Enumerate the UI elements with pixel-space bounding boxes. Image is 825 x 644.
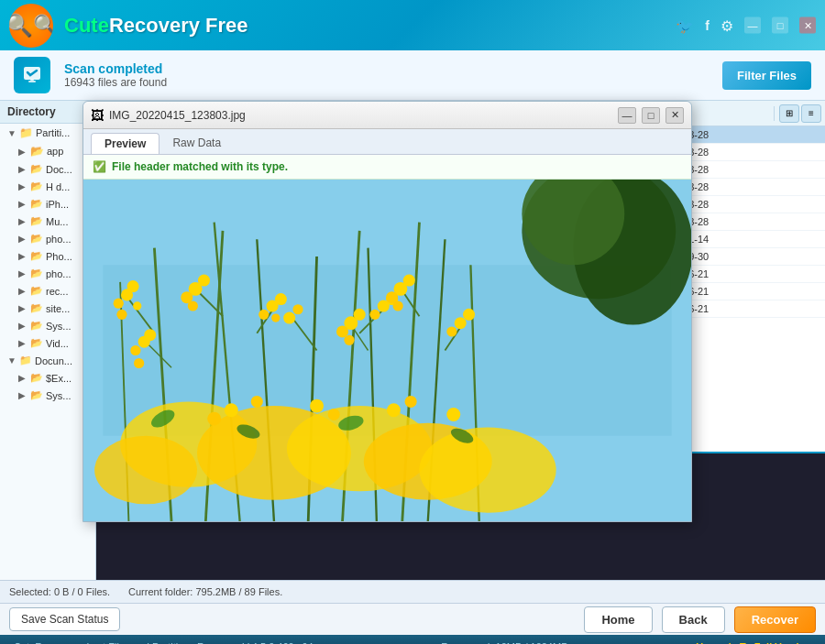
sidebar-item-site[interactable]: ▶ 📂 site...	[0, 300, 95, 317]
sidebar-item-pho1[interactable]: ▶ 📂 pho...	[0, 230, 95, 247]
action-bar: Save Scan Status Home Back Recover	[0, 603, 825, 635]
svg-point-36	[134, 358, 144, 368]
folder-icon: 📂	[30, 337, 43, 349]
dialog-close-button[interactable]: ✕	[666, 107, 684, 124]
svg-point-32	[133, 301, 141, 310]
svg-point-67	[225, 403, 238, 417]
scan-text: Scan completed 16943 files are found	[64, 61, 167, 89]
svg-point-42	[258, 310, 269, 320]
status-bar: Selected: 0 B / 0 Files. Current folder:…	[0, 580, 825, 603]
drive-icon: 📁	[19, 126, 33, 139]
tab-preview[interactable]: Preview	[91, 133, 160, 154]
sidebar-item-rec[interactable]: ▶ 📂 rec...	[0, 282, 95, 300]
scan-info: Scan completed 16943 files are found	[14, 57, 167, 93]
sidebar-item-hd[interactable]: ▶ 📂 H d...	[0, 178, 95, 195]
svg-point-43	[275, 293, 287, 305]
scan-title: Scan completed	[64, 61, 167, 76]
folder-icon: 📂	[30, 250, 43, 262]
dialog-window-controls: — □ ✕	[618, 107, 684, 124]
expand-icon: ▶	[18, 286, 28, 296]
minimize-button[interactable]: —	[744, 17, 761, 34]
upgrade-link[interactable]: Upgrade To Full Version	[696, 641, 811, 645]
expand-icon: ▶	[18, 181, 28, 191]
dialog-maximize-button[interactable]: □	[642, 107, 660, 124]
expand-icon: ▶	[18, 321, 28, 331]
folder-icon: 📂	[30, 233, 43, 245]
twitter-icon[interactable]: 🐦	[676, 16, 694, 34]
selected-status: Selected: 0 B / 0 Files.	[9, 586, 110, 597]
sidebar-item-sys1[interactable]: ▶ 📂 Sys...	[0, 317, 95, 334]
svg-point-59	[446, 326, 456, 336]
folder-icon: 📂	[30, 215, 43, 227]
folder-icon: 📂	[30, 389, 43, 401]
sidebar-item-iph[interactable]: ▶ 📂 iPh...	[0, 195, 95, 213]
sidebar-item-app[interactable]: ▶ 📂 app	[0, 142, 95, 160]
svg-point-52	[369, 310, 380, 320]
folder-icon: 📂	[30, 372, 43, 384]
recover-button[interactable]: Recover	[734, 606, 816, 633]
settings-icon[interactable]: ⚙	[720, 16, 733, 34]
svg-point-40	[188, 300, 198, 311]
footer-app-info: CuteRecovery - Lost Files and Partitions…	[14, 641, 314, 645]
expand-icon: ▶	[18, 373, 28, 383]
close-button[interactable]: ✕	[799, 17, 816, 34]
maximize-button[interactable]: □	[772, 17, 788, 34]
expand-icon: ▶	[18, 338, 28, 348]
svg-point-45	[283, 312, 295, 324]
expand-icon: ▼	[7, 355, 16, 366]
svg-point-49	[354, 309, 366, 321]
sidebar-item-partition[interactable]: ▼ 📁 Partiti...	[0, 124, 95, 142]
svg-point-30	[127, 280, 139, 292]
facebook-icon[interactable]: f	[705, 18, 710, 33]
expand-icon: ▶	[18, 251, 28, 261]
sidebar-item-ex[interactable]: ▶ 📂 $Ex...	[0, 369, 95, 387]
sidebar-item-vid[interactable]: ▶ 📂 Vid...	[0, 334, 95, 352]
svg-point-60	[463, 309, 475, 321]
view-toggle: ⊞ ≡	[779, 104, 821, 123]
dialog-title-text: IMG_20220415_123803.jpg	[109, 109, 618, 122]
folder-icon: 📂	[30, 145, 44, 158]
folder-icon: 📂	[30, 320, 43, 332]
save-scan-button[interactable]: Save Scan Status	[9, 607, 120, 631]
dialog-match-message: ✅ File header matched with its type.	[83, 155, 691, 180]
sidebar-item-docun[interactable]: ▼ 📁 Docun...	[0, 352, 95, 369]
scan-icon	[14, 57, 50, 93]
list-view-button[interactable]: ≡	[801, 104, 821, 123]
back-button[interactable]: Back	[662, 606, 725, 633]
match-text: File header matched with its type.	[112, 160, 288, 173]
tab-raw-data[interactable]: Raw Data	[160, 133, 234, 154]
expand-icon: ▶	[18, 216, 28, 226]
expand-icon: ▶	[18, 234, 28, 244]
footer-recovered: Recovered: 10MB / 1024MB	[441, 641, 567, 645]
home-button[interactable]: Home	[584, 606, 652, 633]
dialog-title-icon: 🖼	[91, 108, 104, 123]
grid-view-button[interactable]: ⊞	[779, 104, 799, 123]
sidebar-item-pho2[interactable]: ▶ 📂 Pho...	[0, 247, 95, 265]
checkmark-icon: ✅	[93, 160, 106, 173]
expand-icon: ▶	[18, 268, 28, 278]
filter-files-button[interactable]: Filter Files	[722, 61, 811, 90]
dialog-titlebar: 🖼 IMG_20220415_123803.jpg — □ ✕	[83, 102, 691, 129]
folder-icon: 📂	[30, 267, 43, 279]
svg-rect-1	[28, 81, 36, 82]
sidebar-item-mu[interactable]: ▶ 📂 Mu...	[0, 213, 95, 230]
drive-icon: 📁	[19, 355, 32, 366]
sidebar-item-pho3[interactable]: ▶ 📂 pho...	[0, 265, 95, 282]
expand-icon: ▶	[18, 199, 28, 209]
svg-rect-2	[30, 79, 34, 81]
expand-icon: ▶	[18, 303, 28, 313]
current-folder-status: Current folder: 795.2MB / 89 Files.	[128, 586, 282, 597]
scan-subtitle: 16943 files are found	[64, 76, 167, 89]
svg-point-44	[271, 313, 280, 322]
folder-icon: 📂	[30, 285, 43, 297]
scan-status-bar: Scan completed 16943 files are found Fil…	[0, 50, 825, 101]
expand-icon: ▶	[18, 390, 28, 400]
dialog-minimize-button[interactable]: —	[618, 107, 636, 124]
svg-point-57	[393, 300, 403, 311]
flower-image-svg	[83, 180, 691, 521]
svg-point-39	[198, 275, 210, 287]
sidebar-item-doc[interactable]: ▶ 📂 Doc...	[0, 160, 95, 178]
folder-icon: 📂	[30, 163, 43, 175]
svg-point-71	[328, 409, 340, 420]
sidebar-item-sys2[interactable]: ▶ 📂 Sys...	[0, 387, 95, 404]
